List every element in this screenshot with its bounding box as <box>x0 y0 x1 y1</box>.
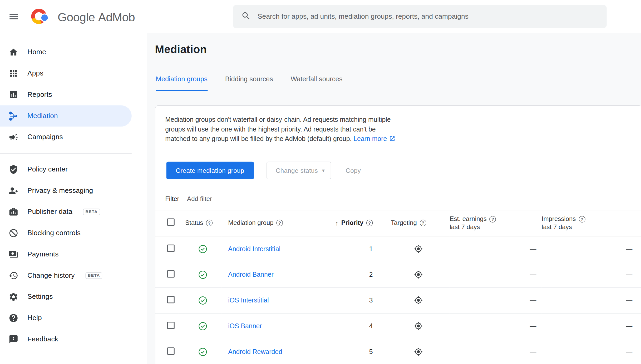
sidebar-item-label: Feedback <box>27 335 58 343</box>
external-link-icon <box>387 135 395 142</box>
column-header-priority[interactable]: ↑Priority? <box>328 210 378 236</box>
sidebar-item-feedback[interactable]: Feedback <box>0 329 132 350</box>
copy-button[interactable]: Copy <box>341 162 366 179</box>
table-row: Android Interstitial 1 — — <box>155 236 641 262</box>
column-header-est-earnings[interactable]: Est. earnings?last 7 days <box>450 210 542 236</box>
help-circle-icon <box>9 313 18 323</box>
sidebar-item-change-history[interactable]: Change history BETA <box>0 265 132 286</box>
help-icon[interactable]: ? <box>490 216 496 223</box>
logo-google-text: Google <box>58 11 95 24</box>
mediation-groups-card: Mediation groups don't waterfall or dais… <box>155 105 641 364</box>
admob-logo[interactable]: GoogleAdMob <box>30 7 135 27</box>
column-header-mediation-group[interactable]: Mediation group? <box>221 210 328 236</box>
est-earnings-value: — <box>450 339 542 364</box>
tab-waterfall-sources[interactable]: Waterfall sources <box>291 75 343 91</box>
sidebar-item-apps[interactable]: Apps <box>0 63 132 84</box>
shield-check-icon <box>9 165 18 174</box>
admob-logo-icon <box>30 7 49 27</box>
targeting-icon[interactable] <box>414 347 450 356</box>
mediation-group-link[interactable]: Android Rewarded <box>228 348 282 355</box>
column-header-impressions[interactable]: Impressions?last 7 days <box>542 210 641 236</box>
chevron-down-icon: ▾ <box>322 167 325 173</box>
mediation-group-link[interactable]: Android Banner <box>228 271 274 278</box>
sidebar-item-help[interactable]: Help <box>0 307 132 329</box>
history-clock-icon <box>9 271 18 280</box>
sidebar-item-settings[interactable]: Settings <box>0 286 132 307</box>
page-title: Mediation <box>155 43 207 56</box>
sidebar-item-blocking-controls[interactable]: Blocking controls <box>0 223 132 244</box>
row-checkbox[interactable] <box>167 296 175 303</box>
change-status-label: Change status <box>276 167 318 174</box>
select-all-checkbox[interactable] <box>167 219 175 226</box>
targeting-icon[interactable] <box>414 296 450 305</box>
row-checkbox[interactable] <box>167 270 175 277</box>
tab-bidding-sources[interactable]: Bidding sources <box>225 75 273 91</box>
learn-more-label: Learn more <box>353 135 387 142</box>
sidebar-item-publisher-data[interactable]: Publisher data BETA <box>0 201 132 223</box>
est-earnings-value: — <box>450 236 542 262</box>
help-icon[interactable]: ? <box>277 220 283 226</box>
sidebar-item-label: Apps <box>27 69 43 78</box>
sidebar-item-privacy-messaging[interactable]: Privacy & messaging <box>0 180 132 201</box>
sidebar-item-reports[interactable]: Reports <box>0 84 132 105</box>
targeting-icon[interactable] <box>414 270 450 279</box>
add-filter-button[interactable]: Add filter <box>187 195 212 202</box>
logo-product-text: AdMob <box>98 11 135 24</box>
sidebar-item-home[interactable]: Home <box>0 42 132 63</box>
create-mediation-group-button[interactable]: Create mediation group <box>166 162 254 179</box>
status-enabled-icon <box>198 347 221 356</box>
est-earnings-value: — <box>450 313 542 339</box>
change-status-button[interactable]: Change status ▾ <box>266 162 331 179</box>
mediation-group-link[interactable]: iOS Interstitial <box>228 297 269 304</box>
row-checkbox[interactable] <box>167 347 175 355</box>
search-bar <box>233 5 607 28</box>
help-icon[interactable]: ? <box>366 220 373 226</box>
est-earnings-header-label: Est. earnings <box>450 215 487 222</box>
sidebar-item-label: Payments <box>27 250 59 259</box>
table-row: iOS Banner 4 — — <box>155 313 641 339</box>
briefcase-data-icon <box>9 207 18 217</box>
campaigns-megaphone-icon <box>9 132 18 142</box>
targeting-icon[interactable] <box>414 322 450 330</box>
column-header-targeting[interactable]: Targeting? <box>378 210 450 236</box>
sidebar-item-policy-center[interactable]: Policy center <box>0 159 132 180</box>
tab-mediation-groups[interactable]: Mediation groups <box>156 75 207 91</box>
row-checkbox[interactable] <box>167 321 175 329</box>
mediation-group-link[interactable]: Android Interstitial <box>228 245 280 252</box>
sidebar-item-campaigns[interactable]: Campaigns <box>0 127 132 148</box>
menu-button[interactable] <box>8 11 19 22</box>
admob-app: GoogleAdMob Home Apps Reports Mediation … <box>0 0 641 364</box>
table-row: Android Rewarded 5 — — <box>155 339 641 364</box>
help-icon[interactable]: ? <box>579 216 585 223</box>
learn-more-link[interactable]: Learn more <box>353 135 395 142</box>
apps-grid-icon <box>9 69 18 78</box>
person-messaging-icon <box>9 186 18 195</box>
column-header-status[interactable]: Status? <box>179 210 221 236</box>
sidebar-item-mediation[interactable]: Mediation <box>0 105 132 127</box>
help-icon[interactable]: ? <box>206 220 213 226</box>
row-checkbox[interactable] <box>167 244 175 252</box>
priority-value: 5 <box>328 339 378 364</box>
targeting-icon[interactable] <box>414 245 450 253</box>
help-icon[interactable]: ? <box>420 220 426 226</box>
status-enabled-icon <box>198 270 221 279</box>
sidebar: Home Apps Reports Mediation Campaigns Po… <box>0 33 147 364</box>
filter-label: Filter <box>165 195 179 202</box>
home-icon <box>9 47 18 57</box>
sidebar-item-payments[interactable]: Payments <box>0 244 132 265</box>
status-enabled-icon <box>198 296 221 305</box>
sidebar-item-label: Help <box>27 314 42 322</box>
sidebar-item-label: Privacy & messaging <box>27 186 93 195</box>
sidebar-item-label: Publisher data <box>27 208 72 216</box>
mediation-group-link[interactable]: iOS Banner <box>228 322 262 329</box>
reports-chart-icon <box>9 90 18 100</box>
status-enabled-icon <box>198 244 221 253</box>
priority-value: 3 <box>328 287 378 313</box>
status-enabled-icon <box>198 321 221 330</box>
priority-value: 4 <box>328 313 378 339</box>
table-header-row: Status? Mediation group? ↑Priority? Targ… <box>155 210 641 236</box>
search-input[interactable] <box>257 12 600 21</box>
sidebar-item-label: Blocking controls <box>27 229 81 237</box>
beta-badge: BETA <box>85 272 102 279</box>
impressions-value: — <box>542 262 641 287</box>
